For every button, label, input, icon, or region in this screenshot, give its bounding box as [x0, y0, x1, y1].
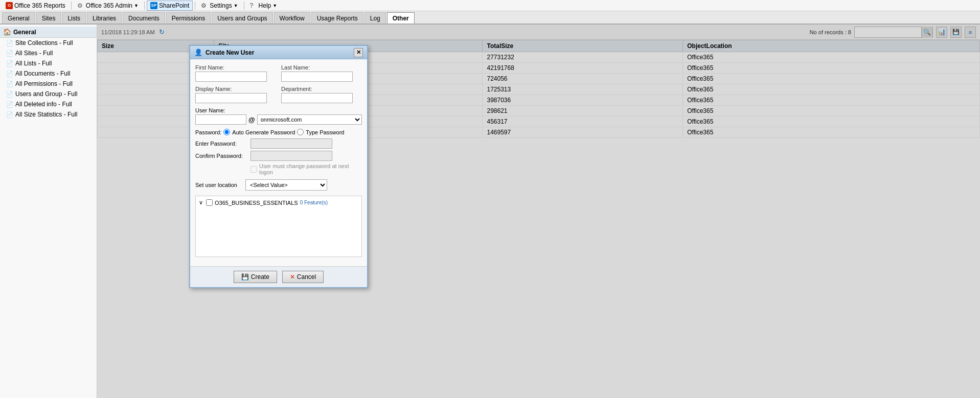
sidebar-doc-icon-0: 📄 — [6, 39, 13, 46]
sidebar-doc-icon-5: 📄 — [6, 90, 13, 98]
sidebar-doc-icon-1: 📄 — [6, 50, 13, 57]
sidebar-item-all-size-statistics-full[interactable]: 📄 All Size Statistics - Full — [0, 109, 97, 120]
sidebar-item-all-documents-full[interactable]: 📄 All Documents - Full — [0, 68, 97, 79]
tab-log[interactable]: Log — [364, 12, 386, 24]
dialog-title-bar: 👤 Create New User ✕ — [190, 46, 367, 59]
license-header: ∨ O365_BUSINESS_ESSENTIALS 0 Feature(s) — [199, 199, 358, 206]
topbar-help[interactable]: ? Help ▼ — [246, 1, 281, 11]
domain-select[interactable]: onmicrosoft.com — [257, 114, 362, 125]
tab-permissions[interactable]: Permissions — [166, 12, 211, 24]
dialog-body: First Name: Last Name: Display Name: — [190, 59, 367, 266]
tab-documents[interactable]: Documents — [123, 12, 165, 24]
display-dept-row: Display Name: Department: — [195, 86, 362, 103]
main-layout: 🏠 General 📄 Site Collections - Full 📄 Al… — [0, 25, 980, 398]
tab-users-and-groups[interactable]: Users and Groups — [212, 12, 272, 24]
first-name-input[interactable] — [195, 72, 267, 82]
sidebar-item-all-sites-full[interactable]: 📄 All Sites - Full — [0, 48, 97, 58]
enter-password-input[interactable] — [250, 138, 332, 149]
change-password-checkbox[interactable] — [250, 166, 257, 173]
top-bar: O Office 365 Reports ⚙ Office 365 Admin … — [0, 0, 980, 11]
license-checkbox[interactable] — [206, 199, 213, 206]
department-group: Department: — [281, 86, 362, 103]
cancel-icon: ✕ — [290, 273, 295, 280]
enter-password-label: Enter Password: — [195, 141, 246, 147]
sidebar-item-all-permissions-full[interactable]: 📄 All Permissions - Full — [0, 79, 97, 89]
tab-other[interactable]: Other — [387, 12, 415, 24]
tab-usage-reports[interactable]: Usage Reports — [311, 12, 363, 24]
department-label: Department: — [281, 86, 362, 92]
settings-icon: ⚙ — [201, 2, 208, 9]
sep2 — [144, 2, 145, 10]
tab-libraries[interactable]: Libraries — [87, 12, 122, 24]
sidebar-item-site-collections-full[interactable]: 📄 Site Collections - Full — [0, 38, 97, 48]
tab-workflow[interactable]: Workflow — [274, 12, 310, 24]
confirm-password-label: Confirm Password: — [195, 153, 246, 159]
license-name: O365_BUSINESS_ESSENTIALS 0 Feature(s) — [206, 199, 328, 206]
sidebar-doc-icon-3: 📄 — [6, 70, 13, 77]
display-name-label: Display Name: — [195, 86, 276, 92]
office365-admin-icon: ⚙ — [77, 2, 84, 9]
tabs-row: General Sites Lists Libraries Documents … — [0, 11, 980, 25]
radio-auto-generate[interactable] — [223, 129, 230, 135]
sidebar-doc-icon-4: 📄 — [6, 80, 13, 87]
department-input[interactable] — [281, 93, 353, 103]
cancel-button[interactable]: ✕ Cancel — [282, 271, 324, 283]
set-location-label: Set user location — [195, 182, 241, 188]
tab-lists[interactable]: Lists — [62, 12, 86, 24]
at-sign: @ — [248, 116, 255, 124]
dialog-footer: 💾 Create ✕ Cancel — [190, 266, 367, 287]
license-expand-button[interactable]: ∨ — [199, 199, 203, 206]
content-area: 11/2018 11:29:18 AM ↻ No of records : 8 … — [97, 25, 980, 398]
location-select[interactable]: <Select Value> — [245, 179, 327, 191]
sidebar-item-all-lists-full[interactable]: 📄 All Lists - Full — [0, 58, 97, 68]
sidebar-item-all-deleted-info-full[interactable]: 📄 All Deleted info - Full — [0, 99, 97, 109]
display-name-group: Display Name: — [195, 86, 276, 103]
checkbox-row: User must change password at next logon — [250, 163, 362, 175]
last-name-input[interactable] — [281, 72, 353, 82]
topbar-office365-reports[interactable]: O Office 365 Reports — [2, 1, 69, 11]
tab-general[interactable]: General — [2, 12, 35, 24]
sidebar-group-general: 🏠 General — [0, 27, 97, 38]
sidebar: 🏠 General 📄 Site Collections - Full 📄 Al… — [0, 25, 97, 398]
topbar-sharepoint[interactable]: SP SharePoint — [147, 1, 193, 11]
checkbox-label: User must change password at next logon — [259, 163, 362, 175]
help-icon: ? — [250, 2, 257, 9]
topbar-office365-admin[interactable]: ⚙ Office 365 Admin ▼ — [74, 1, 142, 11]
settings-dropdown-arrow: ▼ — [234, 3, 238, 8]
dialog-close-button[interactable]: ✕ — [354, 48, 363, 57]
sharepoint-icon: SP — [150, 2, 157, 9]
sidebar-item-users-and-group-full[interactable]: 📄 Users and Group - Full — [0, 89, 97, 99]
radio-type-password[interactable] — [297, 129, 304, 135]
sep3 — [195, 2, 195, 10]
sidebar-group-icon: 🏠 — [3, 28, 11, 36]
user-create-icon: 👤 — [194, 49, 202, 56]
last-name-group: Last Name: — [281, 64, 362, 82]
last-name-label: Last Name: — [281, 64, 362, 71]
confirm-password-input[interactable] — [250, 151, 332, 161]
enter-password-row: Enter Password: — [195, 138, 362, 149]
license-section: ∨ O365_BUSINESS_ESSENTIALS 0 Feature(s) — [195, 196, 362, 257]
help-dropdown-arrow: ▼ — [272, 3, 277, 8]
sidebar-doc-icon-7: 📄 — [6, 111, 13, 118]
radio-type-label: Type Password — [306, 129, 344, 135]
confirm-password-row: Confirm Password: — [195, 151, 362, 161]
tab-sites[interactable]: Sites — [36, 12, 61, 24]
sep1 — [71, 2, 72, 10]
name-row: First Name: Last Name: — [195, 64, 362, 82]
password-radio-row: Password: Auto Generate Password Type Pa… — [195, 129, 362, 135]
dialog-title-text: 👤 Create New User — [194, 49, 254, 56]
feature-count: 0 Feature(s) — [300, 200, 328, 205]
create-button[interactable]: 💾 Create — [234, 271, 277, 283]
first-name-group: First Name: — [195, 64, 276, 82]
create-user-dialog: 👤 Create New User ✕ First Name: Last Nam… — [189, 45, 368, 288]
office365-reports-icon: O — [6, 2, 13, 9]
username-label: User Name: — [195, 107, 362, 113]
sidebar-doc-icon-2: 📄 — [6, 60, 13, 67]
create-icon: 💾 — [241, 273, 249, 280]
display-name-input[interactable] — [195, 93, 267, 103]
username-input[interactable] — [195, 114, 246, 125]
topbar-settings[interactable]: ⚙ Settings ▼ — [197, 1, 241, 11]
set-location-row: Set user location <Select Value> — [195, 179, 362, 191]
radio-auto-label: Auto Generate Password — [232, 129, 295, 135]
sidebar-doc-icon-6: 📄 — [6, 101, 13, 108]
